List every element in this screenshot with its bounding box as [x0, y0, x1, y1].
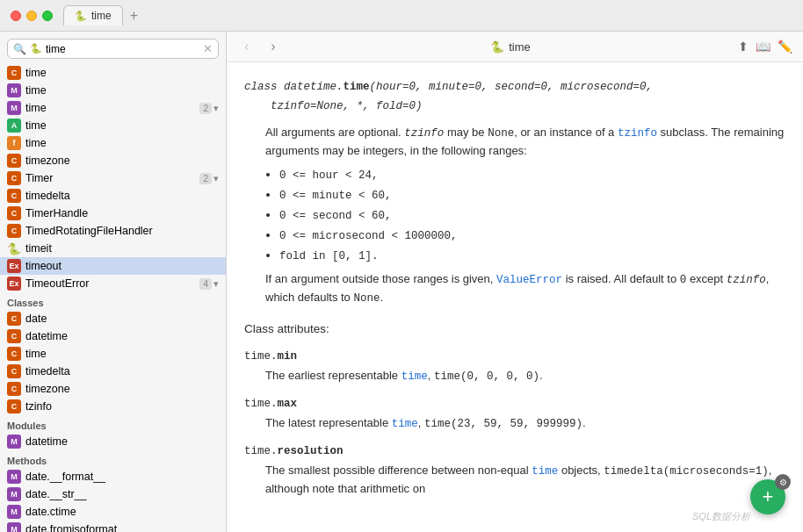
attr-resolution: time.resolution The smallest possible di…	[244, 442, 785, 499]
content-area: ‹ › 🐍 time ⬆ 📖 ✏️ class datetime.time(ho…	[227, 32, 803, 532]
sidebar-label: date	[25, 313, 47, 325]
bullet-item-second: 0 <= second < 60,	[279, 206, 785, 225]
sidebar-item-timer[interactable]: C Timer 2▾	[0, 169, 226, 187]
sidebar-item-time-a[interactable]: A time	[0, 117, 226, 134]
tab-label: time	[91, 10, 112, 22]
type-badge-py: 🐍	[7, 241, 21, 255]
sidebar-item-timerhandle[interactable]: C TimerHandle	[0, 205, 226, 222]
bullet-item-fold: fold in [0, 1].	[279, 247, 785, 265]
sidebar-label: datetime	[25, 330, 68, 342]
type-badge-m: M	[7, 101, 21, 115]
search-input-wrap[interactable]: 🔍 🐍 ✕	[7, 39, 219, 59]
search-bar: 🔍 🐍 ✕	[0, 32, 226, 64]
sidebar-item-timeout[interactable]: Ex timeout	[0, 257, 226, 275]
sidebar-label: time	[25, 84, 47, 97]
fab-plus-icon: +	[763, 485, 774, 508]
forward-button[interactable]: ›	[264, 37, 283, 56]
sidebar-item-date-format[interactable]: M date.__format__	[0, 468, 226, 485]
sidebar-item-timezone-class[interactable]: C timezone	[0, 380, 226, 398]
sidebar-item-date[interactable]: C date	[0, 310, 226, 327]
share-icon[interactable]: ⬆	[738, 40, 749, 54]
sidebar-item-time-m1[interactable]: M time	[0, 82, 226, 99]
type-badge-f: f	[7, 136, 21, 150]
sidebar-label: time	[25, 102, 47, 114]
type-badge-m: M	[7, 505, 21, 519]
item-badge: 4▾	[199, 278, 219, 290]
type-badge-c: C	[7, 224, 21, 238]
sidebar-label: timeout	[25, 260, 61, 272]
item-badge: 2▾	[199, 103, 219, 114]
sidebar-label: timezone	[25, 155, 70, 167]
search-clear-icon[interactable]: ✕	[203, 42, 213, 55]
bookmark-icon[interactable]: 📖	[756, 40, 770, 54]
sidebar-label: date.__format__	[25, 471, 105, 483]
fab-button[interactable]: ⚙ +	[750, 479, 785, 514]
content-actions: ⬆ 📖 ✏️	[738, 40, 792, 54]
sidebar-item-tzinfo[interactable]: C tzinfo	[0, 398, 226, 415]
sidebar-item-time-class[interactable]: C time	[0, 345, 226, 363]
type-badge-c: C	[7, 171, 21, 185]
bullet-item-hour: 0 <= hour < 24,	[279, 166, 785, 184]
tabs-area: 🐍 time +	[63, 5, 792, 25]
class-signature: class datetime.time(hour=0, minute=0, se…	[244, 76, 785, 115]
sidebar-item-timedelta-class[interactable]: C timedelta	[0, 363, 226, 380]
sidebar-label: date.ctime	[25, 506, 76, 518]
sidebar-label: time	[25, 119, 47, 132]
sidebar-label: time	[25, 67, 47, 79]
type-badge-a: A	[7, 119, 21, 133]
bullet-item-microsecond: 0 <= microsecond < 1000000,	[279, 226, 785, 245]
title-bar: 🐍 time +	[0, 0, 803, 32]
sidebar-label: timedelta	[25, 190, 70, 202]
sidebar-item-timeouterror[interactable]: Ex TimeoutError 4▾	[0, 275, 226, 292]
search-input[interactable]	[46, 43, 199, 55]
search-prefix-icon: 🐍	[30, 43, 42, 54]
sidebar-item-timedelta[interactable]: C timedelta	[0, 187, 226, 205]
sidebar-item-date-str[interactable]: M date.__str__	[0, 485, 226, 503]
sidebar-item-datetime[interactable]: C datetime	[0, 327, 226, 345]
sidebar-item-time-m2[interactable]: M time 2▾	[0, 99, 226, 117]
item-badge: 2▾	[199, 173, 219, 184]
sidebar-label: date.fromisoformat	[25, 523, 117, 532]
doc-title: time	[509, 40, 531, 54]
sidebar-item-time-c[interactable]: C time	[0, 64, 226, 82]
content-title: 🐍 time	[290, 40, 731, 54]
sidebar-item-timeit[interactable]: 🐍 timeit	[0, 240, 226, 257]
close-button[interactable]	[11, 11, 21, 21]
bullet-item-minute: 0 <= minute < 60,	[279, 186, 785, 205]
type-badge-m: M	[7, 522, 21, 532]
search-icon: 🔍	[13, 43, 26, 55]
sidebar-item-timezone[interactable]: C timezone	[0, 152, 226, 169]
tab-time[interactable]: 🐍 time	[63, 5, 123, 25]
doc-para-1: All arguments are optional. tzinfo may b…	[265, 124, 785, 307]
python-icon: 🐍	[75, 11, 87, 22]
back-button[interactable]: ‹	[237, 37, 257, 56]
type-badge-ex: Ex	[7, 277, 21, 291]
content-toolbar: ‹ › 🐍 time ⬆ 📖 ✏️	[227, 32, 803, 62]
type-badge-c: C	[7, 364, 21, 378]
sidebar-item-date-ctime[interactable]: M date.ctime	[0, 503, 226, 521]
sidebar-item-date-fromisoformat[interactable]: M date.fromisoformat	[0, 521, 226, 532]
sidebar-label: time	[25, 348, 47, 360]
sidebar-label: date.__str__	[25, 488, 87, 500]
new-tab-button[interactable]: +	[130, 8, 138, 24]
type-badge-c: C	[7, 382, 21, 396]
class-attrs-label: Class attributes:	[244, 320, 785, 339]
type-badge-m: M	[7, 470, 21, 484]
type-badge-c: C	[7, 399, 21, 413]
type-badge-c: C	[7, 154, 21, 168]
sidebar-label: time	[25, 137, 47, 149]
minimize-button[interactable]	[26, 11, 37, 21]
sidebar-label: timeit	[25, 242, 52, 255]
sidebar-list: C time M time M time 2▾ A time f time C	[0, 64, 226, 532]
sidebar-item-timedrotating[interactable]: C TimedRotatingFileHandler	[0, 222, 226, 240]
sidebar-item-datetime-mod[interactable]: M datetime	[0, 433, 226, 450]
maximize-button[interactable]	[42, 11, 53, 21]
sidebar-item-time-f[interactable]: f time	[0, 134, 226, 152]
sidebar-label: Timer	[25, 172, 53, 184]
sidebar-label: tzinfo	[25, 400, 52, 413]
edit-icon[interactable]: ✏️	[778, 40, 792, 54]
sidebar-label: timezone	[25, 383, 70, 395]
sidebar: 🔍 🐍 ✕ C time M time M time 2▾ A	[0, 32, 227, 532]
python-doc-icon: 🐍	[490, 40, 504, 54]
attr-max: time.max The latest representable time, …	[244, 394, 785, 433]
